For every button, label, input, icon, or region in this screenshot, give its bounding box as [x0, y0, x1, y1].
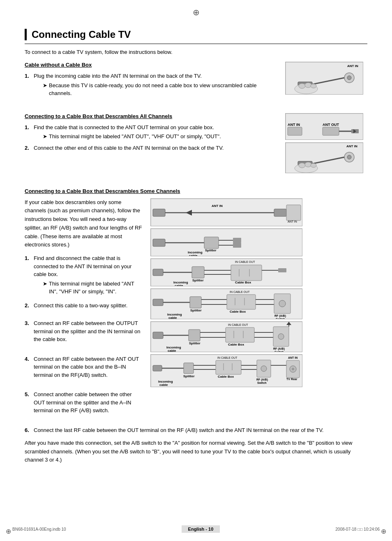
svg-text:cable: cable [189, 254, 198, 256]
svg-point-3 [347, 76, 351, 80]
svg-rect-40 [153, 239, 165, 246]
svg-rect-63 [278, 268, 286, 272]
footer-center: English - 10 [182, 525, 220, 533]
crosshair-bottom-left: ⊕ [6, 527, 11, 535]
svg-rect-53 [192, 267, 204, 278]
footer-left: BN68-01691A-00Eng.indb 10 [12, 527, 66, 532]
svg-text:Cable Box: Cable Box [230, 310, 246, 313]
svg-point-26 [305, 162, 311, 167]
svg-text:Cable Box: Cable Box [218, 375, 234, 378]
svg-text:RF (A/B): RF (A/B) [273, 347, 285, 351]
svg-text:Splitter: Splitter [190, 309, 202, 312]
section3-diag6: Incoming cable Splitter IN CABLE OUT Cab… [150, 354, 302, 387]
svg-rect-73 [227, 295, 256, 309]
svg-text:Splitter: Splitter [189, 341, 201, 345]
section3-conclusion: After you have made this connection, set… [25, 439, 367, 464]
section3-diag4: Incoming cable Splitter IN CABLE OUT Cab… [150, 288, 302, 319]
section1-header: Cable without a Cable Box [25, 62, 277, 68]
svg-text:IN  CABLE  OUT: IN CABLE OUT [235, 260, 255, 263]
section3-step6: 6. Connect the last RF cable between the… [25, 427, 367, 433]
svg-text:Splitter: Splitter [183, 374, 195, 378]
ant-in-bottom-svg: ANT IN [285, 142, 363, 173]
svg-rect-42 [204, 237, 219, 248]
section3-content: If your cable box descrambles only some … [25, 198, 367, 420]
svg-text:ANT IN: ANT IN [347, 64, 358, 68]
svg-rect-89 [189, 330, 200, 341]
svg-text:cable: cable [175, 284, 183, 286]
svg-text:cable: cable [168, 349, 176, 352]
section1-step1: 1. Plug the incoming cable into the ANT … [25, 72, 277, 98]
intro-text: To connect to a cable TV system, follow … [25, 49, 367, 55]
svg-rect-13 [288, 127, 302, 135]
svg-point-131 [292, 368, 294, 370]
section2-header: Connecting to a Cable Box that Descrambl… [25, 113, 277, 119]
section3-text: If your cable box descrambles only some … [25, 198, 144, 420]
svg-point-7 [299, 84, 305, 88]
svg-rect-31 [274, 209, 286, 216]
section1: Cable without a Cable Box 1. Plug the in… [25, 62, 367, 101]
svg-point-125 [261, 366, 267, 372]
section3-header: Connecting to a Cable Box that Descrambl… [25, 188, 367, 194]
section3-diag2: Incoming cable Splitter [150, 228, 302, 256]
svg-point-8 [305, 83, 311, 88]
svg-text:IN  CABLE  OUT: IN CABLE OUT [228, 323, 248, 326]
svg-rect-46 [233, 238, 241, 243]
page-title: Connecting Cable TV [25, 29, 367, 40]
svg-rect-69 [190, 297, 201, 308]
svg-text:cable: cable [159, 383, 168, 387]
svg-text:ANT OUT: ANT OUT [323, 123, 339, 127]
svg-text:RF (A/B): RF (A/B) [256, 378, 268, 381]
section3-step5: 5. Connect another cable between the oth… [25, 390, 144, 415]
section3-diag1: ANT IN ANT IN [150, 198, 302, 226]
section1-diagram: ANT IN [285, 62, 367, 101]
svg-text:ANT IN: ANT IN [212, 204, 223, 208]
svg-rect-29 [153, 209, 165, 216]
cable-box-top-svg: ANT IN ANT OUT [285, 113, 363, 140]
page-container: ⊕ Connecting Cable TV To connect to a ca… [0, 0, 392, 541]
svg-text:cable: cable [168, 316, 177, 319]
section2-text: Connecting to a Cable Box that Descrambl… [25, 113, 277, 176]
section2-step1: 1. Find the cable that is connected to t… [25, 123, 277, 141]
svg-rect-57 [231, 265, 262, 281]
svg-text:IN  CABLE  OUT: IN CABLE OUT [217, 356, 238, 359]
section3-diagrams: ANT IN ANT IN Incoming cable Splitter [150, 198, 367, 420]
svg-point-103 [278, 334, 284, 339]
svg-rect-10 [286, 114, 363, 140]
svg-rect-35 [286, 205, 301, 221]
svg-point-25 [299, 163, 305, 168]
sub-text: Because this TV is cable-ready, you do n… [49, 81, 277, 98]
section2-list: 1. Find the cable that is connected to t… [25, 123, 277, 152]
section2: Connecting to a Cable Box that Descrambl… [25, 113, 367, 176]
section3-diag3: Incoming cable Splitter IN CABLE OUT Cab… [150, 258, 302, 286]
svg-text:Switch: Switch [276, 318, 285, 319]
svg-rect-87 [153, 332, 163, 339]
svg-text:RF (A/B): RF (A/B) [274, 314, 286, 318]
svg-text:ANT IN: ANT IN [288, 123, 300, 127]
section3-step4: 4. Connect an RF cable between the ANT O… [25, 355, 144, 379]
footer-bar: BN68-01691A-00Eng.indb 10 English - 10 2… [0, 525, 392, 533]
svg-text:Cable Box: Cable Box [228, 343, 244, 346]
section1-list: 1. Plug the incoming cable into the ANT … [25, 72, 277, 98]
step-num: 1. [25, 72, 31, 98]
section3-step3: 3. Connect an RF cable between the OUTPU… [25, 319, 144, 344]
section2-step2: 2. Connect the other end of this cable t… [25, 144, 277, 152]
svg-text:ANT IN: ANT IN [288, 220, 297, 223]
svg-point-21 [347, 155, 351, 159]
svg-text:Splitter: Splitter [192, 279, 204, 282]
svg-rect-115 [216, 360, 241, 374]
step-sub: ➤ This terminal might be labeled "ANT OU… [43, 132, 221, 141]
section3-list: 1. Find and disconnect the cable that is… [25, 254, 144, 415]
svg-text:IN  CABLE  OUT: IN CABLE OUT [230, 290, 250, 293]
step-text: Connect the other end of this cable to t… [34, 144, 224, 152]
section3-step1: 1. Find and disconnect the cable that is… [25, 254, 144, 296]
footer-right: 2008-07-18 □□ 10:24:06 [335, 527, 380, 532]
section2-diagram: ANT IN ANT OUT ANT IN [285, 113, 367, 176]
step-sub: ➤ Because this TV is cable-ready, you do… [43, 81, 277, 98]
crosshair-top-decoration: ⊕ [193, 7, 200, 17]
step-text: Find the cable that is connected to the … [34, 124, 214, 130]
step-text: Plug the incoming cable into the ANT IN … [34, 73, 202, 79]
svg-text:Switch: Switch [274, 351, 284, 352]
section1-text: Cable without a Cable Box 1. Plug the in… [25, 62, 277, 101]
svg-text:ANT IN: ANT IN [288, 356, 297, 359]
svg-text:Switch: Switch [257, 381, 267, 384]
